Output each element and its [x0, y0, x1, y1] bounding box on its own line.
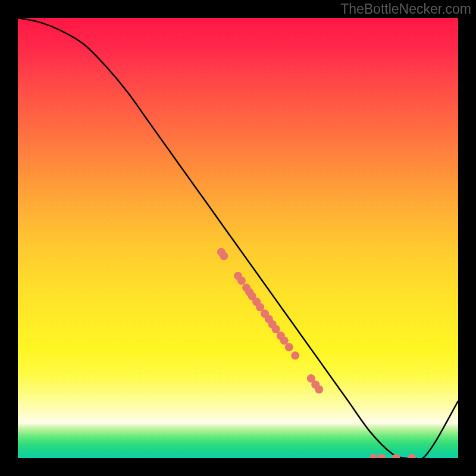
chart-svg	[18, 18, 458, 458]
scatter-dot	[369, 454, 378, 458]
scatter-dot	[315, 386, 323, 394]
scatter-dot	[220, 252, 228, 260]
chart-plot-area	[18, 18, 458, 458]
scatter-dot	[285, 343, 293, 352]
scatter-dot	[408, 454, 416, 458]
curve-line	[18, 18, 458, 458]
scatter-dot	[237, 277, 246, 285]
scatter-dot	[291, 352, 299, 360]
scatter-dots	[217, 248, 416, 458]
watermark-text: TheBottleNecker.com	[340, 1, 471, 17]
scatter-dot	[378, 454, 386, 458]
